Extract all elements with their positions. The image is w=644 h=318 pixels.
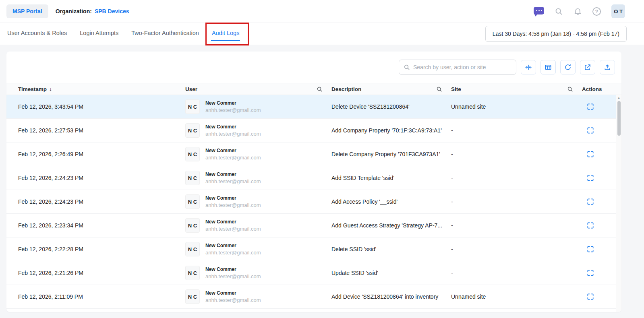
notifications-bell-icon[interactable]	[574, 7, 582, 16]
row-description: Update SSID 'ssid'	[331, 270, 451, 276]
expand-row-button[interactable]	[585, 101, 596, 112]
row-user-avatar: N C	[185, 194, 200, 209]
row-description: Add SSID Template 'ssid'	[331, 175, 451, 181]
table-row[interactable]: Feb 12, 2026, 2:26:49 PM N C New Commer …	[6, 142, 621, 166]
search-icon	[404, 64, 410, 70]
table-body: Feb 12, 2026, 3:43:54 PM N C New Commer …	[6, 95, 621, 309]
user-column-search-icon[interactable]	[317, 86, 323, 92]
user-avatar-button[interactable]: O T	[611, 4, 625, 18]
row-site: -	[451, 222, 582, 229]
row-actions	[582, 291, 616, 302]
row-user-avatar: N C	[185, 289, 200, 304]
open-in-new-button[interactable]	[580, 60, 595, 74]
row-user-meta: New Commer anhh.tester@gmail.com	[205, 148, 261, 161]
row-timestamp: Feb 12, 2026, 3:43:54 PM	[18, 103, 185, 110]
row-user-meta: New Commer anhh.tester@gmail.com	[205, 266, 261, 279]
help-icon[interactable]: ?	[592, 7, 601, 16]
description-column-search-icon[interactable]	[436, 86, 442, 92]
tab-label: Login Attempts	[80, 30, 118, 36]
table-row[interactable]: Feb 12, 2026, 2:21:26 PM N C New Commer …	[6, 261, 621, 285]
expand-row-button[interactable]	[585, 291, 596, 302]
tab-label: Audit Logs	[212, 30, 240, 36]
row-site: -	[451, 127, 582, 134]
column-header-description: Description	[331, 86, 451, 92]
row-user: N C New Commer anhh.tester@gmail.com	[185, 266, 331, 280]
assistant-chat-icon[interactable]	[532, 7, 544, 16]
row-user: N C New Commer anhh.tester@gmail.com	[185, 194, 331, 209]
row-user: N C New Commer anhh.tester@gmail.com	[185, 123, 331, 138]
expand-row-button[interactable]	[585, 244, 596, 254]
row-timestamp: Feb 12, 2026, 2:21:26 PM	[18, 270, 185, 276]
table-row[interactable]: Feb 12, 2026, 2:23:34 PM N C New Commer …	[6, 214, 621, 237]
row-user-meta: New Commer anhh.tester@gmail.com	[205, 171, 261, 184]
row-user-email: anhh.tester@gmail.com	[205, 178, 261, 184]
expand-row-button[interactable]	[585, 196, 596, 207]
tab[interactable]: User Accounts & Roles	[6, 27, 68, 41]
site-column-search-icon[interactable]	[567, 86, 573, 92]
row-user-name: New Commer	[205, 243, 261, 248]
table-row[interactable]: Feb 12, 2026, 2:27:53 PM N C New Commer …	[6, 119, 621, 142]
msp-portal-button[interactable]: MSP Portal	[6, 4, 48, 18]
row-user-name: New Commer	[205, 266, 261, 272]
row-user-meta: New Commer anhh.tester@gmail.com	[205, 290, 261, 303]
row-description: Add Guest Access Strategy 'Strategy AP-7…	[331, 222, 451, 229]
table-row[interactable]: Feb 12, 2026, 3:43:54 PM N C New Commer …	[6, 95, 621, 119]
row-user-name: New Commer	[205, 100, 261, 106]
table-row[interactable]: Feb 12, 2026, 2:22:28 PM N C New Commer …	[6, 237, 621, 261]
tab[interactable]: Two-Factor Authentication	[130, 27, 200, 41]
expand-row-button[interactable]	[585, 125, 596, 136]
row-user-meta: New Commer anhh.tester@gmail.com	[205, 124, 261, 137]
refresh-button[interactable]	[560, 60, 576, 74]
row-user: N C New Commer anhh.tester@gmail.com	[185, 171, 331, 185]
table-row[interactable]: Feb 12, 2026, 2:24:23 PM N C New Commer …	[6, 190, 621, 214]
tab[interactable]: Audit Logs	[211, 27, 240, 41]
date-range-picker[interactable]: Last 30 Days: 4:58 pm (Jan 18) - 4:58 pm…	[485, 26, 627, 42]
row-user-email: anhh.tester@gmail.com	[205, 202, 261, 208]
vertical-scrollbar: ▲	[616, 95, 621, 312]
row-user: N C New Commer anhh.tester@gmail.com	[185, 147, 331, 161]
row-description: Delete SSID 'ssid'	[331, 246, 451, 252]
row-user: N C New Commer anhh.tester@gmail.com	[185, 289, 331, 304]
table-row[interactable]: Feb 12, 2026, 2:11:09 PM N C New Commer …	[6, 285, 621, 309]
scrollbar-up-arrow[interactable]: ▲	[616, 95, 621, 100]
organization-link[interactable]: SPB Devices	[95, 8, 129, 14]
row-user-name: New Commer	[205, 290, 261, 296]
row-user-meta: New Commer anhh.tester@gmail.com	[205, 100, 261, 113]
row-site: -	[451, 198, 582, 205]
row-timestamp: Feb 12, 2026, 2:23:34 PM	[18, 222, 185, 229]
expand-row-button[interactable]	[585, 220, 596, 231]
row-site: -	[451, 151, 582, 157]
row-user-meta: New Commer anhh.tester@gmail.com	[205, 195, 261, 208]
row-user: N C New Commer anhh.tester@gmail.com	[185, 99, 331, 114]
row-actions	[582, 173, 616, 183]
table-search-input[interactable]	[413, 64, 511, 70]
table-row[interactable]: Feb 12, 2026, 2:24:23 PM N C New Commer …	[6, 166, 621, 190]
row-user-meta: New Commer anhh.tester@gmail.com	[205, 243, 261, 256]
row-description: Add Device 'SSZ181200864' into inventory	[331, 293, 451, 300]
audit-logs-card: Timestamp ↓ User Description	[6, 52, 621, 312]
collapse-columns-button[interactable]	[521, 60, 536, 74]
description-header-label: Description	[331, 86, 361, 92]
row-actions	[582, 125, 616, 136]
row-description: Delete Company Property '701F3CA973A1'	[331, 151, 451, 157]
export-button[interactable]	[600, 60, 615, 74]
scrollbar-thumb[interactable]	[617, 101, 621, 136]
expand-row-button[interactable]	[585, 149, 596, 159]
row-timestamp: Feb 12, 2026, 2:22:28 PM	[18, 246, 185, 252]
table-toolbar	[6, 52, 621, 83]
row-timestamp: Feb 12, 2026, 2:26:49 PM	[18, 151, 185, 157]
row-user-name: New Commer	[205, 195, 261, 201]
column-header-timestamp[interactable]: Timestamp ↓	[18, 86, 185, 92]
column-header-user: User	[185, 86, 331, 92]
global-search-icon[interactable]	[555, 7, 563, 16]
row-site: -	[451, 246, 582, 252]
top-bar: MSP Portal Organization: SPB Devices ? O…	[0, 0, 644, 23]
sort-descending-icon[interactable]: ↓	[49, 86, 52, 92]
row-user-email: anhh.tester@gmail.com	[205, 273, 261, 279]
tab[interactable]: Login Attempts	[79, 27, 119, 41]
expand-row-button[interactable]	[585, 268, 596, 278]
columns-settings-button[interactable]	[540, 60, 556, 74]
row-timestamp: Feb 12, 2026, 2:11:09 PM	[18, 293, 185, 300]
expand-row-button[interactable]	[585, 173, 596, 183]
tabs-nav: User Accounts & Roles Login Attempts Two…	[6, 27, 240, 41]
